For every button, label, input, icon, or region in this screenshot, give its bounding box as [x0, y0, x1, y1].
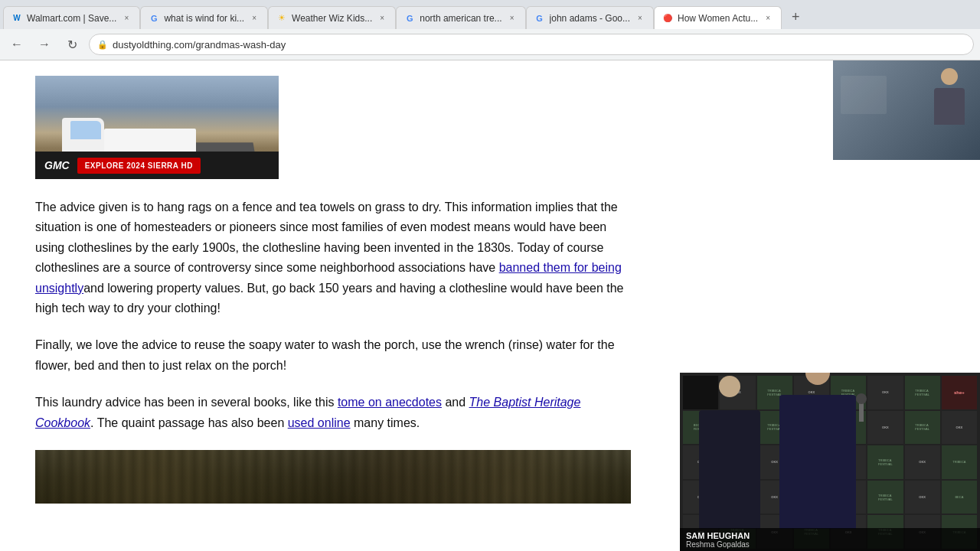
tab-label-northamerican: north american tre... [420, 13, 501, 24]
person-name: SAM HEUGHAN [686, 531, 974, 540]
tab-walmart[interactable]: W Walmart.com | Save... × [3, 6, 140, 29]
page-content: GMC EXPLORE 2024 SIERRA HD The advice gi… [0, 60, 680, 551]
tab-label-johnadams: john adams - Goo... [550, 13, 630, 24]
link-used-online[interactable]: used online [288, 416, 351, 429]
interview-video: OKX TRIBECAFESTIVAL OKX TRIBECAFESTIVAL … [680, 373, 980, 551]
paragraph3-end: . The quaint passage has also been [90, 416, 288, 429]
interviewer-name: Reshma Gopaldas [686, 540, 974, 549]
paragraph3-final: many times. [351, 416, 420, 429]
video-name-bar: SAM HEUGHAN Reshma Gopaldas [680, 528, 980, 551]
address-bar-row: ← → ↻ 🔒 dustyoldthing.com/grandmas-wash-… [0, 29, 980, 60]
tab-close-weather[interactable]: × [377, 13, 387, 24]
tab-howwomen[interactable]: 🔴 How Women Actu... × [654, 6, 782, 29]
tab-favicon-johnadams: G [534, 13, 545, 24]
tab-bar: W Walmart.com | Save... × G what is wind… [0, 0, 980, 29]
explore-button[interactable]: EXPLORE 2024 SIERRA HD [77, 158, 201, 174]
tab-label-weather: Weather Wiz Kids... [292, 13, 372, 24]
tab-favicon-wind: G [149, 13, 159, 24]
article-paragraph-2: Finally, we love the advice to reuse the… [35, 335, 631, 376]
tab-favicon-howwomen: 🔴 [662, 13, 673, 24]
article-paragraph-1: The advice given is to hang rags on a fe… [35, 197, 631, 318]
article-area: GMC EXPLORE 2024 SIERRA HD The advice gi… [0, 60, 666, 519]
tab-close-northamerican[interactable]: × [507, 13, 518, 24]
gmc-logo: GMC [44, 159, 70, 171]
tab-close-wind[interactable]: × [249, 13, 260, 24]
paragraph1-rest: and lowering property values. But, go ba… [35, 282, 624, 315]
tab-favicon-walmart: W [11, 13, 22, 24]
article-paragraph-3: This laundry advice has been in several … [35, 393, 631, 433]
lock-icon: 🔒 [97, 40, 108, 50]
webcam-video [833, 60, 980, 160]
browser-content: GMC EXPLORE 2024 SIERRA HD The advice gi… [0, 60, 980, 551]
tab-favicon-northamerican: G [404, 13, 415, 24]
paragraph3-mid: and [442, 396, 469, 409]
video-people-overlay: SAM HEUGHAN Reshma Gopaldas [680, 373, 980, 551]
bottom-article-image [35, 450, 631, 504]
url-text: dustyoldthing.com/grandmas-wash-day [113, 39, 286, 51]
right-sidebar: OKX TRIBECAFESTIVAL OKX TRIBECAFESTIVAL … [680, 60, 980, 551]
ad-bottom-bar: GMC EXPLORE 2024 SIERRA HD [35, 152, 279, 179]
webcam-video-content [833, 60, 980, 160]
tab-label-howwomen: How Women Actu... [678, 13, 758, 24]
link-tome[interactable]: tome on anecdotes [338, 396, 442, 409]
tab-close-howwomen[interactable]: × [763, 13, 773, 24]
browser-chrome: W Walmart.com | Save... × G what is wind… [0, 0, 980, 60]
ad-banner[interactable]: GMC EXPLORE 2024 SIERRA HD [35, 76, 279, 179]
tab-label-wind: what is wind for ki... [164, 13, 244, 24]
tab-close-johnadams[interactable]: × [635, 13, 645, 24]
paragraph3-start: This laundry advice has been in several … [35, 396, 338, 409]
tab-weather[interactable]: ☀ Weather Wiz Kids... × [268, 6, 396, 29]
address-bar[interactable]: 🔒 dustyoldthing.com/grandmas-wash-day [89, 34, 974, 55]
tab-wind[interactable]: G what is wind for ki... × [140, 6, 268, 29]
tab-close-walmart[interactable]: × [121, 13, 132, 24]
tab-favicon-weather: ☀ [276, 13, 287, 24]
back-button[interactable]: ← [6, 34, 28, 55]
new-tab-button[interactable]: + [785, 6, 806, 28]
forward-button[interactable]: → [34, 34, 55, 55]
reload-button[interactable]: ↻ [61, 34, 83, 55]
tab-label-walmart: Walmart.com | Save... [27, 13, 116, 24]
tab-northamerican[interactable]: G north american tre... × [396, 6, 525, 29]
tab-johnadams[interactable]: G john adams - Goo... × [526, 6, 654, 29]
